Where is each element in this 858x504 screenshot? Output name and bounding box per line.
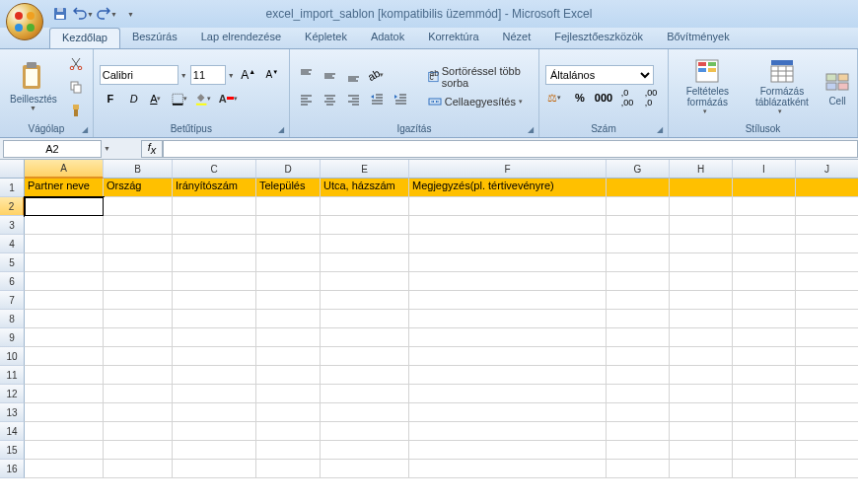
tab-fejlesztőeszközök[interactable]: Fejlesztőeszközök: [542, 28, 655, 48]
name-box[interactable]: A2: [3, 140, 102, 158]
cell[interactable]: [256, 347, 321, 366]
cell[interactable]: [256, 310, 321, 328]
row-header[interactable]: 2: [0, 197, 25, 216]
cell[interactable]: [256, 272, 321, 291]
format-as-table-button[interactable]: Formázás táblázatként▾: [745, 56, 820, 117]
cell[interactable]: Település: [256, 179, 321, 197]
cell[interactable]: [321, 403, 409, 422]
cell[interactable]: [25, 328, 104, 347]
cell[interactable]: [670, 422, 733, 441]
cell[interactable]: [409, 197, 607, 216]
cell[interactable]: [670, 403, 733, 422]
percent-button[interactable]: %: [569, 87, 591, 108]
decrease-decimal-button[interactable]: ,00,0: [640, 87, 662, 108]
column-header[interactable]: H: [670, 160, 733, 179]
cell[interactable]: [670, 197, 733, 216]
cell[interactable]: [173, 385, 256, 403]
cell[interactable]: [25, 310, 104, 328]
align-right-button[interactable]: [343, 88, 365, 109]
row-header[interactable]: 9: [0, 328, 25, 347]
alignment-launcher[interactable]: ◢: [525, 123, 536, 135]
clipboard-launcher[interactable]: ◢: [79, 123, 91, 135]
cell[interactable]: Irányítószám: [173, 179, 256, 197]
cell[interactable]: [607, 179, 670, 197]
cell-styles-button[interactable]: Cell: [823, 66, 851, 108]
cell[interactable]: [256, 216, 321, 235]
cell[interactable]: [670, 460, 733, 478]
italic-button[interactable]: D: [123, 88, 145, 109]
tab-adatok[interactable]: Adatok: [359, 28, 416, 48]
cell[interactable]: [607, 310, 670, 328]
cell[interactable]: [173, 328, 256, 347]
cell[interactable]: [670, 347, 733, 366]
cell[interactable]: [104, 272, 173, 291]
accounting-format-button[interactable]: ⚖▾: [545, 87, 567, 108]
cell[interactable]: [796, 403, 858, 422]
redo-button[interactable]: ▼: [97, 3, 118, 25]
cell[interactable]: [173, 403, 256, 422]
cell[interactable]: [173, 216, 256, 235]
cell[interactable]: [733, 253, 796, 272]
cell[interactable]: [173, 422, 256, 441]
cell[interactable]: [256, 197, 321, 216]
cell[interactable]: [173, 347, 256, 366]
qat-customize-button[interactable]: ▼: [120, 3, 142, 25]
shrink-font-button[interactable]: A▼: [261, 64, 283, 86]
cell[interactable]: [409, 235, 607, 253]
font-name-combo[interactable]: [100, 65, 179, 85]
align-middle-button[interactable]: [320, 64, 341, 86]
cell[interactable]: [321, 366, 409, 385]
cell[interactable]: [670, 179, 733, 197]
cell[interactable]: [796, 385, 858, 403]
cell[interactable]: [25, 366, 104, 385]
tab-képletek[interactable]: Képletek: [293, 28, 359, 48]
cell[interactable]: [409, 216, 607, 235]
align-bottom-button[interactable]: [343, 64, 365, 86]
underline-button[interactable]: A▾: [147, 88, 169, 109]
format-painter-button[interactable]: [65, 100, 87, 121]
cell[interactable]: [409, 253, 607, 272]
fx-button[interactable]: fx: [141, 140, 163, 158]
cell[interactable]: [321, 235, 409, 253]
column-header[interactable]: E: [321, 160, 409, 179]
tab-kezdőlap[interactable]: Kezdőlap: [49, 28, 120, 48]
cell[interactable]: [104, 460, 173, 478]
orientation-button[interactable]: ab▾: [367, 64, 389, 86]
row-header[interactable]: 11: [0, 366, 25, 385]
font-size-combo[interactable]: [190, 65, 226, 85]
cell[interactable]: [796, 179, 858, 197]
column-header[interactable]: G: [607, 160, 670, 179]
cell[interactable]: [104, 347, 173, 366]
cell[interactable]: Ország: [104, 179, 173, 197]
cell[interactable]: [607, 403, 670, 422]
cell[interactable]: [25, 235, 104, 253]
cell[interactable]: [321, 460, 409, 478]
align-left-button[interactable]: [296, 88, 318, 109]
cell[interactable]: [670, 441, 733, 460]
grow-font-button[interactable]: A▲: [238, 64, 259, 86]
cell[interactable]: [670, 272, 733, 291]
cell[interactable]: [670, 366, 733, 385]
cell[interactable]: [607, 328, 670, 347]
fill-color-button[interactable]: ▾: [194, 88, 216, 109]
cell[interactable]: [25, 253, 104, 272]
cell[interactable]: [25, 216, 104, 235]
cell[interactable]: [321, 310, 409, 328]
cell[interactable]: [733, 272, 796, 291]
cell[interactable]: [256, 403, 321, 422]
formula-input[interactable]: [163, 140, 858, 158]
align-center-button[interactable]: [320, 88, 341, 109]
cell[interactable]: [25, 197, 104, 216]
save-button[interactable]: [49, 3, 71, 25]
select-all-corner[interactable]: [0, 160, 25, 179]
cell[interactable]: [409, 441, 607, 460]
cell[interactable]: [796, 328, 858, 347]
column-header[interactable]: I: [733, 160, 796, 179]
number-launcher[interactable]: ◢: [654, 123, 666, 135]
cell[interactable]: [796, 422, 858, 441]
cell[interactable]: [607, 291, 670, 310]
column-header[interactable]: D: [256, 160, 321, 179]
cell[interactable]: [733, 422, 796, 441]
cell[interactable]: [256, 422, 321, 441]
merge-cells-button[interactable]: Cellaegyesítés▾: [422, 93, 533, 110]
